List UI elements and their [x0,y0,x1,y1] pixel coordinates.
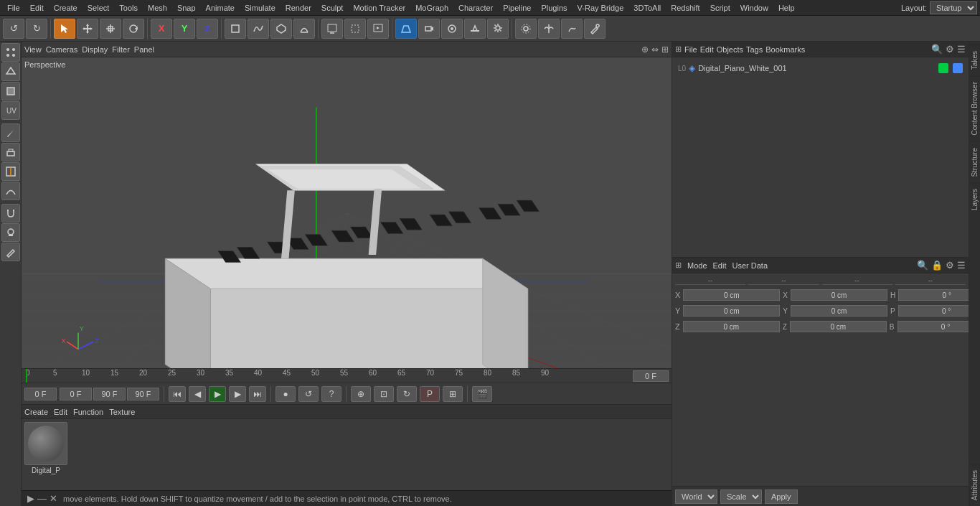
attrs-search-icon[interactable]: 🔍 [917,260,928,271]
motion-tool-2[interactable]: ⊡ [374,386,394,402]
undo-button[interactable]: ↺ [3,19,24,39]
loop-button[interactable]: ↺ [298,386,319,402]
render-settings-button[interactable]: 🎬 [472,386,492,402]
tool-extrude[interactable] [1,143,20,161]
tool-uvw[interactable]: UV [1,101,20,120]
menu-pipeline[interactable]: Pipeline [499,2,535,14]
attr-y-pos[interactable] [683,305,780,317]
render-view-button[interactable] [321,19,343,39]
menu-edit[interactable]: Edit [26,2,48,14]
attrs-menu-userdata[interactable]: User Data [732,261,768,270]
status-minimize-icon[interactable]: — [37,493,47,504]
timeline[interactable]: 0 5 10 15 20 25 30 35 40 45 50 55 60 65 … [22,368,672,383]
help-button[interactable]: ? [321,386,341,402]
attr-z-pos[interactable] [683,321,780,332]
obj-settings-icon[interactable]: ⚙ [946,44,954,55]
obj-menu-file[interactable]: File [684,45,697,54]
next-frame-button[interactable]: ▶ [229,386,246,402]
attr-x-pos[interactable] [683,289,780,301]
menu-mograph[interactable]: MoGraph [411,2,453,14]
layout-dropdown[interactable]: Startup [930,1,977,14]
status-play-icon[interactable]: ▶ [27,493,34,504]
menu-snap[interactable]: Snap [173,2,200,14]
render-output-button[interactable] [367,19,389,39]
goto-end-button[interactable]: ⏭ [249,386,266,402]
prev-frame-button[interactable]: ◀ [189,386,206,402]
obj-color-1[interactable] [938,63,948,73]
obj-search-icon[interactable]: 🔍 [931,44,943,55]
material-item[interactable]: Digital_P [24,422,67,474]
soft-selection-button[interactable] [515,19,537,39]
play-button[interactable]: ▶ [209,386,226,402]
material-thumbnail[interactable] [24,422,67,465]
attr-h-val[interactable] [898,289,969,301]
tool-stamp[interactable] [1,223,20,242]
obj-menu-edit[interactable]: Edit [700,45,714,54]
floor-button[interactable] [464,19,486,39]
render-region-button[interactable] [344,19,366,39]
vp-menu-view[interactable]: View [24,45,42,54]
attrs-lock-icon[interactable]: 🔒 [931,260,943,271]
target-camera-button[interactable] [441,19,463,39]
redo-button[interactable]: ↻ [26,19,47,39]
mat-menu-edit[interactable]: Edit [54,408,67,416]
timeline-track[interactable]: 0 5 10 15 20 25 30 35 40 45 50 55 60 65 … [24,369,626,383]
attrs-menu-edit[interactable]: Edit [713,261,727,270]
motion-tool-5[interactable]: ⊞ [443,386,463,402]
viewport-canvas[interactable]: Z X Y Perspective Grid Spacing : 100 cm [22,57,672,368]
tool-points[interactable] [1,43,20,62]
vp-menu-panel[interactable]: Panel [134,45,154,54]
light-button[interactable] [487,19,509,39]
attrs-settings-icon[interactable]: ⚙ [946,260,954,271]
timeline-frame-input[interactable] [633,370,669,382]
apply-button[interactable]: Apply [765,489,798,504]
menu-tools[interactable]: Tools [115,2,142,14]
far-tab-layers[interactable]: Layers [969,182,981,216]
record-button[interactable]: ● [275,386,296,402]
mat-menu-create[interactable]: Create [24,408,48,416]
menu-plugins[interactable]: Plugins [537,2,571,14]
vp-arrows-icon[interactable]: ⇔ [651,44,659,55]
menu-file[interactable]: File [3,2,24,14]
obj-menu-objects[interactable]: Objects [717,45,743,54]
menu-mesh[interactable]: Mesh [143,2,171,14]
attr-z-rot[interactable] [790,321,887,332]
axis-x-button[interactable]: X [151,19,172,39]
tool-edges[interactable] [1,62,20,81]
menu-create[interactable]: Create [50,2,82,14]
far-tab-takes[interactable]: Takes [969,44,981,75]
axis-y-button[interactable]: Y [174,19,195,39]
menu-help[interactable]: Help [774,2,799,14]
menu-motion-tracker[interactable]: Motion Tracker [349,2,410,14]
attrs-menu-mode[interactable]: Mode [687,261,707,270]
menu-render[interactable]: Render [281,2,316,14]
object-item-piano[interactable]: L0 ◈ Digital_Piano_White_001 [675,60,966,76]
axis-z-button[interactable]: Z [197,19,218,39]
obj-view-icon[interactable]: ☰ [957,44,966,55]
menu-sculpt[interactable]: Sculpt [317,2,348,14]
spline-tool-button[interactable] [248,19,269,39]
obj-menu-tags[interactable]: Tags [746,45,763,54]
motion-tool-3[interactable]: ↻ [397,386,417,402]
vp-menu-cameras[interactable]: Cameras [46,45,78,54]
menu-character[interactable]: Character [454,2,497,14]
object-mode-button[interactable] [225,19,246,39]
menu-simulate[interactable]: Simulate [240,2,280,14]
motion-tool-1[interactable]: ⊕ [351,386,371,402]
paint-button[interactable] [584,19,606,39]
tool-magnet[interactable] [1,204,20,222]
vp-menu-filter[interactable]: Filter [112,45,129,54]
vp-menu-display[interactable]: Display [82,45,108,54]
attr-x-rot[interactable] [791,289,887,301]
menu-script[interactable]: Script [706,2,735,14]
viewport[interactable]: View Cameras Display Filter Panel ⊕ ⇔ ⊞ [22,42,672,368]
tool-spline[interactable] [1,182,20,200]
obj-menu-bookmarks[interactable]: Bookmarks [765,45,805,54]
current-frame-input[interactable] [60,388,92,400]
perspective-view-button[interactable] [395,19,417,39]
move-tool-button[interactable] [77,19,98,39]
scale-tool-button[interactable] [100,19,121,39]
edit-camera-button[interactable] [418,19,440,39]
tool-loop-cut[interactable] [1,162,20,181]
tool-brush[interactable] [1,243,20,261]
